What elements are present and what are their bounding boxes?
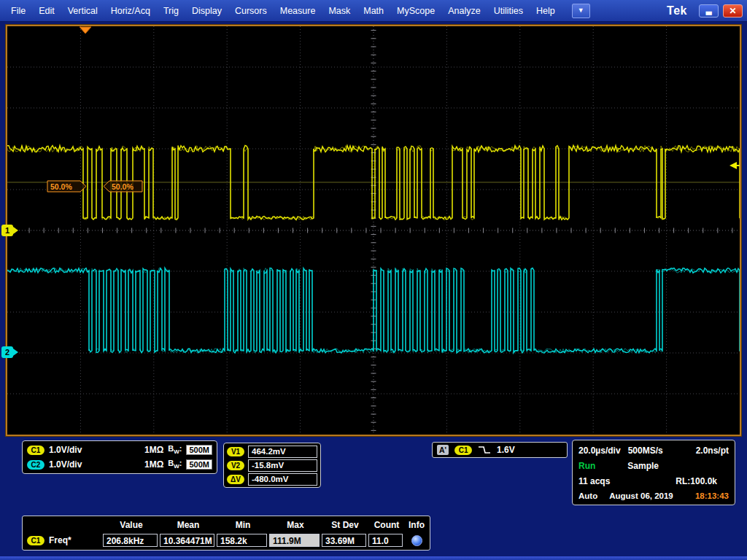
channel-scale: 1.0V/div bbox=[49, 445, 82, 455]
cursor-readout-row: V1464.2mV bbox=[227, 445, 317, 459]
date: August 06, 2019 bbox=[609, 491, 673, 500]
menu-item-help[interactable]: Help bbox=[530, 0, 562, 22]
measurement-cell-max: 111.9M bbox=[269, 534, 320, 547]
window-bottom-edge bbox=[0, 556, 747, 560]
acquisition-mode: Sample bbox=[627, 461, 659, 471]
ch2-position-marker[interactable]: 2 bbox=[1, 346, 18, 358]
channel-scale: 1.0V/div bbox=[49, 459, 82, 470]
menu-items: FileEditVerticalHoriz/AcqTrigDisplayCurs… bbox=[4, 0, 562, 21]
resolution: 2.0ns/pt bbox=[696, 446, 729, 456]
measurement-table-header: ValueMeanMinMaxSt DevCountInfo bbox=[26, 518, 427, 532]
measurement-info-cell bbox=[405, 535, 428, 546]
scope-canvas: 50.0%50.0% bbox=[7, 26, 740, 435]
trigger-position-icon[interactable] bbox=[80, 27, 91, 34]
timebase: 20.0µs/div bbox=[578, 446, 621, 456]
menu-item-display[interactable]: Display bbox=[185, 0, 228, 22]
ch2-waveform bbox=[7, 268, 740, 354]
measurement-cell-stdev: 33.69M bbox=[322, 534, 366, 547]
trigger-level-icon[interactable] bbox=[729, 162, 737, 169]
menu-item-measure[interactable]: Measure bbox=[274, 0, 322, 22]
cursor-readout-row: V2-15.8mV bbox=[227, 459, 317, 472]
measurement-header: Info bbox=[405, 520, 428, 530]
channel-impedance: 1MΩ bbox=[144, 459, 163, 470]
cursor-value: -480.0mV bbox=[248, 473, 317, 486]
ref-level-flag-label: 50.0% bbox=[112, 182, 133, 191]
menu-bar: FileEditVerticalHoriz/AcqTrigDisplayCurs… bbox=[0, 0, 747, 22]
info-icon[interactable] bbox=[411, 535, 422, 546]
ch1-position-marker[interactable]: 1 bbox=[1, 225, 18, 236]
measurement-source-badge: C1 bbox=[27, 536, 44, 545]
window-controls: Tek ▃ ✕ bbox=[667, 4, 743, 18]
falling-edge-icon bbox=[478, 446, 491, 454]
measurement-cell-value: 206.8kHz bbox=[103, 534, 158, 547]
sample-rate: 500MS/s bbox=[628, 446, 663, 456]
horizontal-acquisition-panel: 20.0µs/div 500MS/s 2.0ns/pt Run Sample 1… bbox=[572, 440, 735, 505]
menu-item-utilities[interactable]: Utilities bbox=[487, 0, 530, 22]
menu-item-file[interactable]: File bbox=[4, 0, 32, 22]
menu-item-vertical[interactable]: Vertical bbox=[61, 0, 104, 22]
acquisition-count: 11 acqs bbox=[578, 476, 610, 486]
channel-readout-row: C11.0V/div1MΩBW:500M bbox=[27, 443, 212, 457]
menu-item-cursors[interactable]: Cursors bbox=[228, 0, 274, 22]
trigger-readout: A' C1 1.6V bbox=[432, 442, 568, 458]
menu-item-trig[interactable]: Trig bbox=[157, 0, 185, 22]
cursor-badge: V1 bbox=[227, 447, 244, 456]
menu-item-math[interactable]: Math bbox=[357, 0, 390, 22]
menu-item-analyze[interactable]: Analyze bbox=[441, 0, 487, 22]
measurement-name-cell: C1Freq* bbox=[26, 535, 103, 545]
channel-badge[interactable]: C2 bbox=[27, 460, 44, 470]
measurement-cell-mean: 10.364471M bbox=[160, 534, 214, 547]
measurement-header: Count bbox=[368, 520, 405, 530]
cursor-readout-row: ΔV-480.0mV bbox=[227, 472, 317, 486]
trigger-a-badge: A' bbox=[437, 445, 449, 455]
trigger-mode: Auto bbox=[578, 491, 597, 500]
ch2-arrow-icon bbox=[13, 349, 18, 356]
trigger-source-badge: C1 bbox=[454, 446, 472, 455]
cursor-readout-panel: V1464.2mVV2-15.8mVΔV-480.0mV bbox=[223, 443, 321, 488]
measurement-header: Mean bbox=[160, 520, 217, 530]
menu-item-mask[interactable]: Mask bbox=[322, 0, 357, 22]
channel-badge[interactable]: C1 bbox=[27, 446, 44, 455]
ch1-arrow-icon bbox=[13, 227, 18, 234]
menu-item-horiz-acq[interactable]: Horiz/Acq bbox=[104, 0, 157, 22]
ch2-badge: 2 bbox=[1, 346, 13, 358]
oscilloscope-app: FileEditVerticalHoriz/AcqTrigDisplayCurs… bbox=[0, 0, 747, 560]
bandwidth-label: BW: bbox=[168, 459, 182, 470]
ref-level-flag-label: 50.0% bbox=[50, 182, 72, 191]
measurement-header: St Dev bbox=[322, 520, 368, 530]
acquisition-state: Run bbox=[578, 461, 595, 471]
graticule: 50.0%50.0% 1 2 bbox=[6, 25, 741, 436]
measurement-cell-count: 11.0 bbox=[368, 534, 403, 547]
bandwidth-value: 500M bbox=[186, 445, 212, 455]
cursor-value: -15.8mV bbox=[248, 459, 317, 472]
measurement-cell-min: 158.2k bbox=[217, 534, 267, 547]
record-length: RL:100.0k bbox=[676, 476, 717, 486]
menu-dropdown-button[interactable]: ▼ bbox=[572, 4, 590, 18]
channel-readout-panel: C11.0V/div1MΩBW:500MC21.0V/div1MΩBW:500M bbox=[22, 440, 217, 474]
measurement-header: Min bbox=[217, 520, 269, 530]
cursor-value: 464.2mV bbox=[248, 446, 317, 458]
graticule-grid bbox=[7, 26, 740, 435]
measurement-table: ValueMeanMinMaxSt DevCountInfo C1Freq*20… bbox=[22, 516, 430, 551]
ch1-badge: 1 bbox=[1, 225, 13, 236]
bandwidth-value: 500M bbox=[186, 459, 212, 470]
cursor-badge: ΔV bbox=[227, 475, 244, 484]
measurement-table-row: C1Freq*206.8kHz10.364471M158.2k111.9M33.… bbox=[26, 532, 427, 548]
measurement-name: Freq* bbox=[49, 535, 71, 545]
close-button[interactable]: ✕ bbox=[723, 4, 743, 18]
channel-readout-row: C21.0V/div1MΩBW:500M bbox=[27, 457, 212, 472]
bandwidth-label: BW: bbox=[168, 444, 182, 455]
menu-item-edit[interactable]: Edit bbox=[32, 0, 61, 22]
time: 18:13:43 bbox=[695, 491, 729, 500]
measurement-header: Value bbox=[103, 520, 160, 530]
measurement-header: Max bbox=[269, 520, 322, 530]
trigger-level: 1.6V bbox=[497, 445, 515, 455]
menu-item-myscope[interactable]: MyScope bbox=[390, 0, 441, 22]
tek-logo: Tek bbox=[667, 4, 687, 18]
cursor-badge: V2 bbox=[227, 461, 244, 470]
minimize-button[interactable]: ▃ bbox=[699, 4, 719, 18]
channel-impedance: 1MΩ bbox=[144, 445, 163, 455]
